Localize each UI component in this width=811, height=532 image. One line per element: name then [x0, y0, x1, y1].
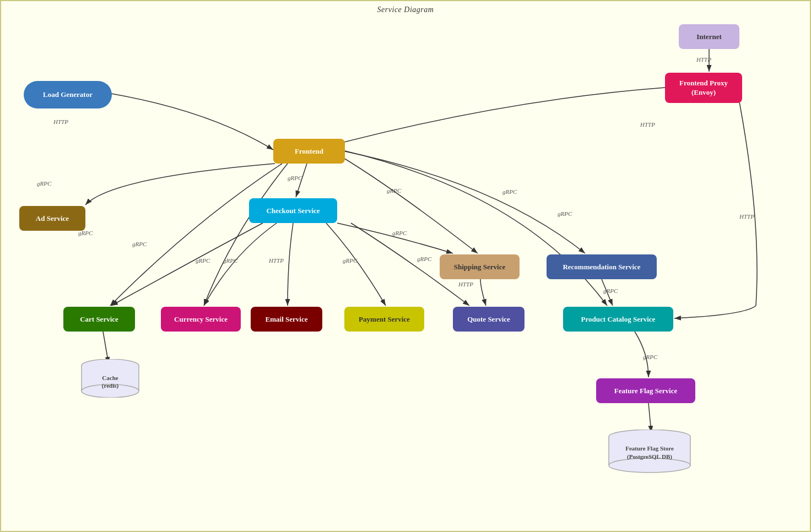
label-loadgen-frontend: HTTP	[53, 118, 68, 125]
svg-text:Cache: Cache	[102, 374, 118, 381]
label-proxy-frontend: HTTP	[640, 121, 655, 128]
ad-service-node: Ad Service	[19, 206, 85, 231]
load-generator-node: Load Generator	[24, 81, 112, 108]
shipping-service-node: Shipping Service	[440, 254, 520, 279]
label-checkout-payment: gRPC	[343, 257, 357, 264]
diagram-container: Service Diagram	[0, 0, 811, 532]
currency-service-node: Currency Service	[161, 307, 241, 332]
svg-text:(redis): (redis)	[102, 382, 119, 389]
label-frontend-catalog: gRPC	[558, 210, 572, 217]
cart-service-node: Cart Service	[63, 307, 135, 332]
label-proxy-right: HTTP	[739, 213, 754, 220]
label-checkout-currency: gRPC	[223, 257, 237, 264]
frontend-node: Frontend	[273, 139, 345, 164]
label-internet-proxy: HTTP	[696, 56, 711, 63]
label-shipping-quote: HTTP	[458, 281, 473, 287]
svg-line-4	[648, 403, 651, 432]
svg-text:(PostgreSQL DB): (PostgreSQL DB)	[627, 453, 672, 460]
recommendation-service-node: Recommendation Service	[547, 254, 657, 279]
label-catalog-ff: gRPC	[643, 354, 657, 360]
label-frontend-ad: gRPC	[37, 180, 51, 187]
label-checkout-email: HTTP	[269, 257, 284, 264]
checkout-service-node: Checkout Service	[249, 198, 337, 223]
email-service-node: Email Service	[251, 307, 322, 332]
feature-flag-service-node: Feature Flag Service	[596, 378, 695, 403]
label-checkout-shipping: gRPC	[392, 230, 407, 236]
quote-service-node: Quote Service	[453, 307, 525, 332]
label-checkout-cart: gRPC	[196, 257, 210, 264]
diagram-title: Service Diagram	[1, 1, 810, 14]
label-frontend-currency: gRPC	[132, 241, 147, 247]
label-frontend-checkout: gRPC	[288, 175, 302, 181]
cache-redis-node: Cache (redis)	[80, 359, 140, 398]
svg-point-17	[609, 458, 690, 473]
product-catalog-service-node: Product Catalog Service	[563, 307, 673, 332]
label-frontend-shipping: gRPC	[387, 187, 401, 194]
frontend-proxy-node: Frontend Proxy (Envoy)	[665, 73, 742, 103]
internet-node: Internet	[679, 24, 739, 49]
payment-service-node: Payment Service	[344, 307, 424, 332]
label-checkout-quote: gRPC	[417, 256, 431, 262]
label-rec-catalog: gRPC	[603, 287, 618, 294]
label-frontend-recommendation: gRPC	[502, 188, 517, 195]
feature-flag-store-node: Feature Flag Store (PostgreSQL DB)	[607, 430, 693, 474]
svg-text:Feature Flag Store: Feature Flag Store	[625, 445, 674, 452]
